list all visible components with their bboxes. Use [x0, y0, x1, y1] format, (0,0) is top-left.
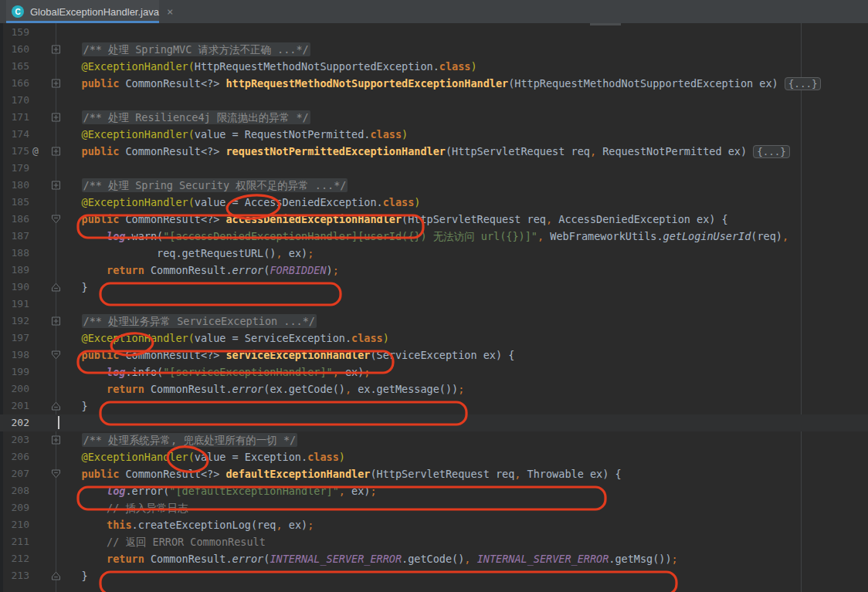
code-token [56, 383, 107, 395]
code-token: , [333, 366, 339, 378]
folded-comment[interactable]: /** 处理 Spring Security 权限不足的异常 ...*/ [82, 178, 348, 192]
code-line[interactable]: 165 @ExceptionHandler(HttpRequestMethodN… [0, 58, 868, 75]
code-editor[interactable]: 159160 /** 处理 SpringMVC 请求方法不正确 ...*/165… [0, 23, 868, 592]
line-number[interactable]: 212 [0, 550, 29, 567]
code-line[interactable]: 190 } [0, 279, 868, 296]
line-number[interactable]: 197 [0, 330, 29, 347]
code-line[interactable]: 170 [0, 92, 868, 109]
code-text: return CommonResult.error(FORBIDDEN); [56, 262, 339, 279]
line-number[interactable]: 189 [0, 262, 29, 279]
code-token: value = ServiceException. [195, 332, 351, 344]
line-number[interactable]: 186 [0, 211, 29, 228]
line-number[interactable]: 175 [0, 143, 29, 160]
line-number[interactable]: 202 [0, 414, 29, 431]
line-number[interactable]: 190 [0, 279, 29, 296]
code-token: error [232, 553, 264, 565]
code-line[interactable]: 185 @ExceptionHandler(value = AccessDeni… [0, 194, 868, 211]
code-token: .createExceptionLog(req [132, 519, 276, 531]
folded-comment[interactable]: /** 处理 SpringMVC 请求方法不正确 ...*/ [82, 42, 310, 56]
code-text: public CommonResult<?> httpRequestMethod… [56, 75, 821, 92]
code-line[interactable]: 186 public CommonResult<?> accessDeniedE… [0, 211, 868, 228]
line-number[interactable]: 206 [0, 448, 29, 465]
line-number[interactable]: 187 [0, 228, 29, 245]
line-number[interactable]: 201 [0, 397, 29, 414]
code-line[interactable]: 180 /** 处理 Spring Security 权限不足的异常 ...*/ [0, 177, 868, 194]
code-line[interactable]: 159 [0, 24, 868, 41]
line-number[interactable]: 188 [0, 245, 29, 262]
code-token: log [107, 230, 125, 242]
tab-title: GlobalExceptionHandler.java [30, 6, 159, 18]
code-line[interactable]: 187 log.warn("[accessDeniedExceptionHand… [0, 228, 868, 245]
code-line[interactable]: 198 public CommonResult<?> serviceExcept… [0, 347, 868, 364]
folded-comment[interactable]: /** 处理系统异常, 兜底处理所有的一切 */ [82, 433, 298, 447]
code-line[interactable]: 200 return CommonResult.error(ex.getCode… [0, 381, 868, 397]
line-number[interactable]: 199 [0, 364, 29, 381]
code-token [56, 264, 107, 276]
folded-block-badge[interactable]: {...} [753, 145, 790, 158]
code-line[interactable]: 191 [0, 296, 868, 313]
code-token: ; [364, 366, 370, 378]
code-line[interactable]: 201 } [0, 397, 868, 414]
code-line[interactable]: 208 log.error("[defaultExceptionHandler]… [0, 482, 868, 499]
code-token: getLoginUserId [663, 230, 751, 242]
code-line[interactable]: 202 [0, 414, 868, 431]
line-number[interactable]: 185 [0, 194, 29, 211]
code-token: (HttpRequestMethodNotSupportedException … [508, 77, 785, 90]
code-line[interactable]: 212 return CommonResult.error(INTERNAL_S… [0, 550, 868, 567]
code-line[interactable]: 211 // 返回 ERROR CommonResult [0, 533, 868, 550]
code-token: public [82, 77, 120, 90]
code-text: // 插入异常日志 [56, 499, 188, 516]
line-number[interactable]: 180 [0, 177, 29, 194]
code-line[interactable]: 175@ public CommonResult<?> requestNotPe… [0, 143, 868, 160]
code-line[interactable]: 207 public CommonResult<?> defaultExcept… [0, 465, 868, 482]
code-line[interactable]: 179 [0, 160, 868, 177]
code-token: CommonResult. [144, 383, 232, 395]
line-number[interactable]: 179 [0, 160, 29, 177]
code-line[interactable]: 192 /** 处理业务异常 ServiceException ...*/ [0, 313, 868, 330]
line-number[interactable]: 192 [0, 313, 29, 330]
code-line[interactable]: 209 // 插入异常日志 [0, 499, 868, 516]
code-text: @ExceptionHandler(value = ServiceExcepti… [56, 330, 389, 347]
code-line[interactable]: 171 /** 处理 Resilience4j 限流抛出的异常 */ [0, 109, 868, 126]
line-number[interactable]: 208 [0, 482, 29, 499]
code-token: class [370, 128, 402, 140]
line-number[interactable]: 209 [0, 499, 29, 516]
code-line[interactable]: 213 } [0, 567, 868, 584]
code-line[interactable]: 188 req.getRequestURL(), ex); [0, 245, 868, 262]
folded-comment[interactable]: /** 处理 Resilience4j 限流抛出的异常 */ [82, 110, 310, 124]
code-token: value = RequestNotPermitted. [195, 128, 371, 140]
tab-close-icon[interactable]: × [167, 6, 173, 17]
line-number[interactable]: 191 [0, 296, 29, 313]
code-token: AccessDeniedException ex) { [552, 213, 728, 225]
code-token [56, 485, 107, 497]
line-number[interactable]: 213 [0, 567, 29, 584]
code-line[interactable]: 206 @ExceptionHandler(value = Exception.… [0, 448, 868, 465]
line-number[interactable]: 207 [0, 465, 29, 482]
code-line[interactable]: 166 public CommonResult<?> httpRequestMe… [0, 75, 868, 92]
code-line[interactable]: 174 @ExceptionHandler(value = RequestNot… [0, 126, 868, 143]
line-number[interactable]: 160 [0, 41, 29, 58]
code-line[interactable]: 203 /** 处理系统异常, 兜底处理所有的一切 */ [0, 431, 868, 448]
code-token [56, 434, 82, 446]
code-line[interactable]: 199 log.info("[serviceExceptionHandler]"… [0, 364, 868, 381]
code-line[interactable]: 210 this.createExceptionLog(req, ex); [0, 516, 868, 533]
folded-block-badge[interactable]: {...} [785, 77, 822, 90]
line-number[interactable]: 210 [0, 516, 29, 533]
line-number[interactable]: 170 [0, 92, 29, 109]
line-number[interactable]: 165 [0, 58, 29, 75]
line-number[interactable]: 203 [0, 431, 29, 448]
line-number[interactable]: 198 [0, 347, 29, 364]
code-line[interactable]: 197 @ExceptionHandler(value = ServiceExc… [0, 330, 868, 347]
folded-comment[interactable]: /** 处理业务异常 ServiceException ...*/ [82, 314, 317, 328]
code-token: ) [383, 332, 389, 344]
line-number[interactable]: 200 [0, 381, 29, 397]
code-line[interactable]: 189 return CommonResult.error(FORBIDDEN)… [0, 262, 868, 279]
line-number[interactable]: 211 [0, 533, 29, 550]
line-number[interactable]: 159 [0, 24, 29, 41]
line-number[interactable]: 171 [0, 109, 29, 126]
code-line[interactable]: 160 /** 处理 SpringMVC 请求方法不正确 ...*/ [0, 41, 868, 58]
tab-global-exception-handler[interactable]: C GlobalExceptionHandler.java × [6, 0, 159, 23]
line-number[interactable]: 166 [0, 75, 29, 92]
line-number[interactable]: 174 [0, 126, 29, 143]
code-token [56, 196, 82, 208]
